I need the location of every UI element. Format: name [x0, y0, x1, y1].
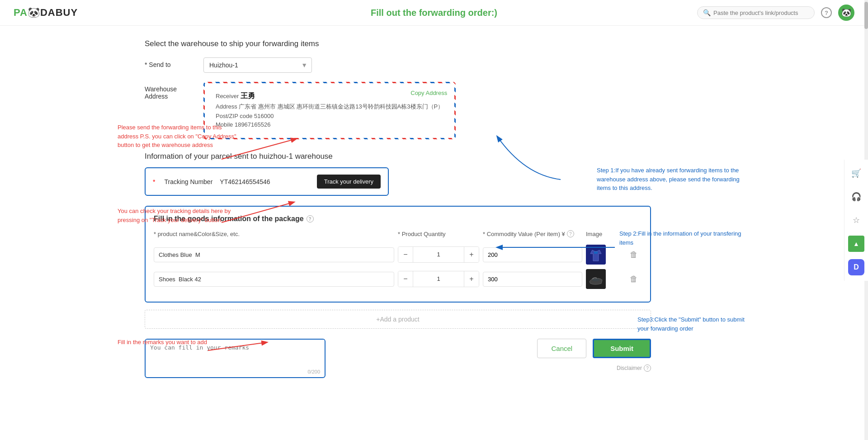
- postzip-label: Post/ZIP code: [216, 113, 254, 119]
- col-product-header: * product name&Color&Size, etc.: [154, 231, 394, 237]
- search-bar[interactable]: 🔍: [697, 6, 815, 19]
- headset-icon[interactable]: 🎧: [848, 189, 864, 205]
- column-headers: * product name&Color&Size, etc. * Produc…: [154, 230, 642, 240]
- quantity-increase-button-2[interactable]: +: [464, 271, 479, 287]
- action-buttons: Cancel Submit: [537, 339, 651, 358]
- quantity-decrease-button-2[interactable]: −: [398, 271, 413, 287]
- send-to-select-wrapper[interactable]: Huizhou-1 ▼: [203, 57, 312, 73]
- search-icon: 🔍: [703, 9, 711, 16]
- col-image-header: Image: [586, 231, 622, 237]
- blue-annotation-3-text: Step3:Click the "Submit" button to submi…: [637, 316, 745, 332]
- commodity-value-input-1[interactable]: [483, 247, 582, 262]
- header-right: 🔍 ? 🐼: [697, 5, 854, 21]
- tracking-number-input[interactable]: [220, 178, 309, 185]
- avatar[interactable]: 🐼: [838, 5, 854, 21]
- mobile-line: Mobile 18967165526: [216, 121, 443, 128]
- blue-annotation-1: Step 1:If you have already sent forwardi…: [597, 166, 741, 193]
- tracking-box: * Tracking Number Track your delivery: [145, 167, 389, 196]
- address-value: 广东省 惠州市 惠城区 惠环街道三栋镇金达路13号聆韵科技园A栋3楼东门（P）: [239, 103, 443, 110]
- warehouse-section-title: Select the warehouse to ship your forwar…: [145, 39, 651, 48]
- col-quantity-header: * Product Quantity: [398, 231, 479, 237]
- blue-annotation-3: Step3:Click the "Submit" button to submi…: [637, 315, 746, 333]
- col-value-text: * Commodity Value (Per item) ¥: [483, 231, 565, 237]
- postzip-value: 516000: [254, 113, 274, 119]
- scroll-top-button[interactable]: ▲: [848, 236, 864, 252]
- tracking-label: Tracking Number: [164, 178, 212, 185]
- disclaimer-text: Disclaimer: [617, 365, 642, 371]
- send-to-select[interactable]: Huizhou-1: [203, 57, 312, 73]
- red-annotation-2: You can check your tracking details here…: [118, 207, 235, 224]
- product-row-2: − 1 + 🗑: [154, 269, 642, 289]
- col-image-text: Image: [586, 231, 602, 237]
- col-quantity-text: * Product Quantity: [398, 231, 446, 237]
- send-to-label: * Send to: [145, 57, 203, 68]
- help-icon[interactable]: ?: [821, 7, 832, 18]
- logo-dabuy: DABUY: [40, 7, 78, 18]
- product-row-1: − 1 + 🗑: [154, 245, 642, 265]
- red-annotation-1-text: Please send the forwarding items to this…: [118, 124, 236, 148]
- tracking-section-title: Information of your parcel sent to huizh…: [145, 152, 651, 161]
- package-info-icon[interactable]: ?: [307, 215, 314, 222]
- address-line: Address 广东省 惠州市 惠城区 惠环街道三栋镇金达路13号聆韵科技园A栋…: [216, 103, 443, 111]
- quantity-value-1: 1: [413, 247, 464, 262]
- address-label: Address: [216, 103, 239, 110]
- header: PA🐼DABUY Fill out the forwarding order:)…: [0, 0, 868, 26]
- red-annotation-3-text: Fill in the remarks you want to add: [118, 339, 207, 345]
- receiver-line: Receiver 王勇: [216, 91, 443, 101]
- warehouse-label-text: WarehouseAddress: [145, 85, 177, 100]
- required-star: *: [153, 178, 155, 185]
- search-input[interactable]: [713, 9, 809, 16]
- blue-annotation-1-text: Step 1:If you have already sent forwardi…: [597, 167, 740, 191]
- blue-annotation-2: Step 2:Fill in the information of your t…: [619, 229, 746, 247]
- remarks-counter: 0/200: [307, 369, 320, 374]
- header-title: Fill out the forwarding order:): [371, 8, 497, 18]
- send-to-row: * Send to Huizhou-1 ▼: [145, 57, 651, 73]
- quantity-value-2: 1: [413, 271, 464, 287]
- add-product-button[interactable]: +Add a product: [145, 310, 651, 329]
- receiver-label: Receiver: [216, 93, 241, 99]
- logo-panda: PA: [14, 7, 28, 18]
- disclaimer-info-icon[interactable]: ?: [644, 364, 651, 372]
- disclaimer: Disclaimer ?: [617, 364, 651, 372]
- cart-icon[interactable]: 🛒: [848, 165, 864, 181]
- delete-product-button-1[interactable]: 🗑: [626, 250, 642, 260]
- discord-icon[interactable]: D: [848, 259, 864, 275]
- submit-button[interactable]: Submit: [593, 339, 651, 358]
- col-product-text: * product name&Color&Size, etc.: [154, 231, 240, 237]
- red-annotation-2-text: You can check your tracking details here…: [118, 208, 231, 223]
- track-delivery-button[interactable]: Track your delivery: [317, 175, 381, 189]
- quantity-control-2: − 1 +: [398, 271, 479, 287]
- warehouse-address-label: WarehouseAddress: [145, 82, 203, 100]
- receiver-name: 王勇: [241, 92, 255, 99]
- svg-point-2: [592, 279, 599, 281]
- value-info-icon[interactable]: ?: [567, 230, 574, 237]
- product-name-input-1[interactable]: [154, 247, 394, 262]
- star-icon[interactable]: ☆: [848, 212, 864, 228]
- quantity-increase-button-1[interactable]: +: [464, 247, 479, 262]
- col-value-header: * Commodity Value (Per item) ¥ ?: [483, 230, 582, 237]
- scrollbar-thumb[interactable]: [864, 2, 868, 29]
- product-image-1: [586, 245, 606, 265]
- logo: PA🐼DABUY: [14, 7, 78, 19]
- blue-annotation-2-text: Step 2:Fill in the information of your t…: [619, 230, 741, 246]
- commodity-value-input-2[interactable]: [483, 272, 582, 287]
- logo-panda2: 🐼: [28, 7, 40, 18]
- cancel-button[interactable]: Cancel: [537, 339, 586, 358]
- quantity-decrease-button-1[interactable]: −: [398, 247, 413, 262]
- red-annotation-1: Please send the forwarding items to this…: [118, 123, 244, 150]
- right-sidebar: 🛒 🎧 ☆ ▲ D: [844, 160, 868, 281]
- product-name-input-2[interactable]: [154, 272, 394, 287]
- action-area: Cancel Submit Disclaimer ?: [537, 339, 651, 372]
- postzip-line: Post/ZIP code 516000: [216, 113, 443, 119]
- copy-address-button[interactable]: Copy Address: [410, 90, 447, 96]
- product-image-2: [586, 269, 606, 289]
- red-annotation-3: Fill in the remarks you want to add: [118, 338, 207, 347]
- quantity-control-1: − 1 +: [398, 246, 479, 263]
- delete-product-button-2[interactable]: 🗑: [626, 274, 642, 284]
